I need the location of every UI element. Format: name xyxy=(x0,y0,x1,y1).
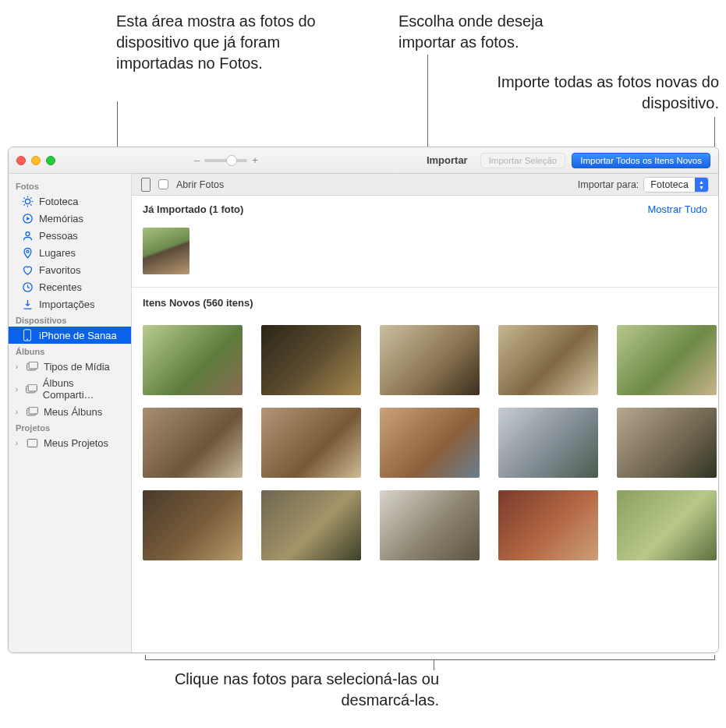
svg-point-12 xyxy=(26,250,28,253)
album-icon xyxy=(26,360,38,373)
svg-rect-21 xyxy=(29,407,37,414)
chevron-right-icon: › xyxy=(13,408,20,416)
photo-thumb[interactable] xyxy=(380,408,480,478)
sidebar-item-importacoes[interactable]: Importações xyxy=(9,295,131,313)
zoom-track[interactable] xyxy=(204,159,247,162)
photo-thumb[interactable] xyxy=(380,490,480,560)
photo-thumb[interactable] xyxy=(617,408,717,478)
photo-thumb[interactable] xyxy=(380,325,480,395)
sidebar-item-label: Recentes xyxy=(39,281,82,293)
svg-point-0 xyxy=(25,199,30,203)
photo-thumb[interactable] xyxy=(261,325,361,395)
sidebar-item-meus-projetos[interactable]: › Meus Projetos xyxy=(9,434,131,451)
memories-icon xyxy=(21,212,34,224)
sidebar-item-pessoas[interactable]: Pessoas xyxy=(9,227,131,244)
import-selection-button[interactable]: Importar Seleção xyxy=(480,153,566,168)
sidebar-item-label: Favoritos xyxy=(39,264,80,276)
sidebar-heading-fotos: Fotos xyxy=(9,178,131,193)
import-options-bar: Abrir Fotos Importar para: Fototeca ▲▼ xyxy=(132,174,718,196)
sidebar-heading-projetos: Projetos xyxy=(9,420,131,434)
popup-arrows-icon: ▲▼ xyxy=(695,178,708,192)
window-controls xyxy=(16,156,55,165)
sidebar-item-recentes[interactable]: Recentes xyxy=(9,278,131,295)
callout-line xyxy=(714,117,715,150)
sidebar-item-label: Tipos de Mídia xyxy=(44,361,110,373)
sidebar-item-tipos-midia[interactable]: › Tipos de Mídia xyxy=(9,358,131,375)
svg-rect-19 xyxy=(28,384,37,391)
callout-line xyxy=(145,659,714,660)
photo-thumb[interactable] xyxy=(498,408,598,478)
imported-photo-thumb[interactable] xyxy=(143,228,189,274)
import-all-new-button[interactable]: Importar Todos os Itens Novos xyxy=(572,153,710,168)
sidebar-item-albuns-comparti[interactable]: › Álbuns Comparti… xyxy=(9,375,131,403)
photo-thumb[interactable] xyxy=(261,490,361,560)
zoom-slider[interactable]: – + xyxy=(194,154,258,166)
minimize-window-button[interactable] xyxy=(31,156,41,165)
library-icon xyxy=(21,195,34,207)
close-window-button[interactable] xyxy=(16,156,26,165)
sidebar-item-memorias[interactable]: Memórias xyxy=(9,210,131,227)
sidebar-item-label: Lugares xyxy=(39,247,76,259)
sidebar-item-fototeca[interactable]: Fototeca xyxy=(9,193,131,210)
album-icon xyxy=(26,405,38,418)
callout-imported-area: Esta área mostra as fotos do dispositivo… xyxy=(116,11,319,74)
album-icon xyxy=(26,383,37,395)
svg-line-7 xyxy=(23,204,24,205)
sidebar-item-meus-albuns[interactable]: › Meus Álbuns xyxy=(9,403,131,420)
photo-thumb[interactable] xyxy=(261,408,361,478)
photo-thumb[interactable] xyxy=(143,490,243,560)
photo-thumb[interactable] xyxy=(498,325,598,395)
import-icon xyxy=(21,298,34,310)
photo-thumb[interactable] xyxy=(498,490,598,560)
new-items-grid xyxy=(132,314,718,576)
photo-thumb[interactable] xyxy=(143,408,243,478)
show-all-link[interactable]: Mostrar Tudo xyxy=(647,203,707,215)
callout-line xyxy=(714,655,715,660)
import-destination-popup[interactable]: Fototeca ▲▼ xyxy=(643,177,709,193)
sidebar-item-label: iPhone de Sanaa xyxy=(39,330,117,341)
sidebar-item-label: Memórias xyxy=(39,213,83,224)
sidebar-item-label: Álbuns Comparti… xyxy=(43,377,124,401)
sidebar-item-label: Importações xyxy=(39,299,95,310)
open-photos-label: Abrir Fotos xyxy=(176,179,224,190)
chevron-right-icon: › xyxy=(13,362,20,371)
main-content: Abrir Fotos Importar para: Fototeca ▲▼ J… xyxy=(132,174,718,652)
sidebar-item-favoritos[interactable]: Favoritos xyxy=(9,261,131,278)
svg-point-15 xyxy=(27,339,27,340)
sidebar-item-label: Meus Projetos xyxy=(44,437,108,449)
project-icon xyxy=(26,436,38,449)
zoom-in-label: + xyxy=(252,154,258,166)
view-title: Importar xyxy=(427,154,468,166)
zoom-thumb[interactable] xyxy=(226,155,237,166)
sidebar-heading-albuns: Álbuns xyxy=(9,344,131,358)
import-to-label: Importar para: xyxy=(578,179,639,190)
photos-app-window: – + Importar Importar Seleção Importar T… xyxy=(8,147,719,653)
chevron-right-icon: › xyxy=(13,385,20,394)
svg-marker-10 xyxy=(27,217,30,221)
chevron-right-icon: › xyxy=(13,439,20,447)
device-icon xyxy=(141,178,151,192)
callout-line xyxy=(145,655,146,660)
clock-icon xyxy=(21,281,34,293)
photo-thumb[interactable] xyxy=(143,325,243,395)
open-photos-checkbox[interactable] xyxy=(158,179,168,189)
callout-click-select: Clique nas fotos para selecioná-las ou d… xyxy=(166,669,439,711)
sidebar-item-label: Pessoas xyxy=(39,230,78,242)
new-items-title: Itens Novos (560 itens) xyxy=(143,297,253,309)
sidebar: Fotos Fototeca Memórias Pessoas xyxy=(9,174,132,652)
svg-rect-22 xyxy=(27,439,37,447)
sidebar-item-device-iphone[interactable]: iPhone de Sanaa xyxy=(9,327,131,344)
sidebar-item-lugares[interactable]: Lugares xyxy=(9,244,131,261)
photo-thumb[interactable] xyxy=(617,490,717,560)
phone-icon xyxy=(21,329,34,341)
svg-line-8 xyxy=(30,197,31,198)
photo-thumb[interactable] xyxy=(617,325,717,395)
callout-line xyxy=(434,659,434,670)
svg-line-5 xyxy=(23,197,24,198)
titlebar: – + Importar Importar Seleção Importar T… xyxy=(9,147,718,174)
svg-point-11 xyxy=(26,231,30,235)
places-icon xyxy=(21,246,34,259)
fullscreen-window-button[interactable] xyxy=(46,156,55,165)
already-imported-section: Já Importado (1 foto) Mostrar Tudo xyxy=(132,196,718,220)
already-imported-row xyxy=(132,220,718,288)
